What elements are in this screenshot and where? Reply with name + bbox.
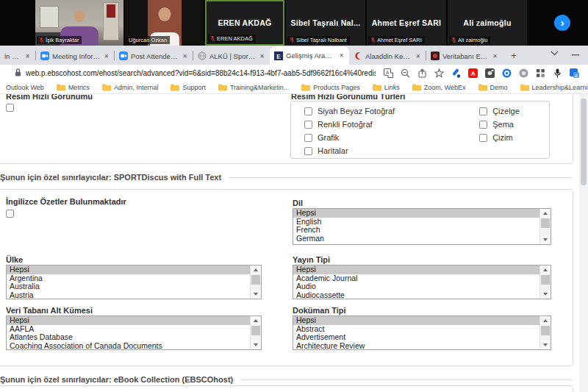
tab-partial[interactable]: in > Modi ✕ <box>0 47 35 65</box>
microphone-icon[interactable] <box>552 68 562 78</box>
share-icon[interactable] <box>417 68 427 78</box>
bookmark-folder-metrics[interactable]: Metrics <box>57 84 90 91</box>
database-subset-listbox[interactable]: Hepsi AAFLA Atlantes Database Coaching A… <box>6 316 262 350</box>
listbox-option[interactable]: Audiocassette <box>293 291 539 299</box>
country-listbox[interactable]: Hepsi Argentina Australia Austria <box>6 265 262 299</box>
checkbox-option[interactable]: Çizelge <box>479 107 520 115</box>
bookmark-folder-products-pages[interactable]: Products Pages <box>301 84 360 91</box>
next-participants-button[interactable]: › <box>554 15 570 31</box>
bookmark-outlook-web[interactable]: Outlook Web <box>6 84 44 91</box>
language-listbox[interactable]: Hepsi English French German <box>293 208 551 245</box>
participant-tile-ali-zaimoglu[interactable]: Ali zaimoğlu Ali zaimoğlu <box>448 0 527 46</box>
tab-close-icon[interactable]: ✕ <box>24 53 31 60</box>
participant-tile-sibel-tasrali[interactable]: Sibel Taşralı Nal... Sibel Taşralı Nalba… <box>286 0 365 46</box>
tab-title: Veritabanı Erişim ve <box>442 52 489 60</box>
tab-meeting-information[interactable]: Meeting Information ✕ <box>36 47 114 65</box>
listbox-option[interactable]: Advertisement <box>293 333 539 342</box>
tab-title: Post Attendee - Zoom <box>131 52 179 60</box>
bookmark-folder-leadership-learning[interactable]: Leadership&Learning <box>520 84 588 91</box>
participant-tile-eren-akdag[interactable]: EREN AKDAĞ EREN AKDAĞ <box>205 0 284 46</box>
listbox-scrollbar[interactable] <box>250 266 261 299</box>
image-quick-view-checkbox[interactable] <box>6 104 14 112</box>
bookmark-folder-demo[interactable]: Demo <box>478 84 508 91</box>
bookmark-folder-training-marketing[interactable]: Training&Marketin... <box>218 84 289 91</box>
checkbox[interactable] <box>304 107 312 115</box>
translate-icon[interactable]: A <box>383 68 393 78</box>
listbox-option-selected[interactable]: Hepsi <box>293 209 539 218</box>
url-text: web.p.ebscohost.com/ehost/search/advance… <box>26 69 376 77</box>
extension-translate-chat-icon[interactable]: a <box>569 68 579 78</box>
extension-gear-icon[interactable] <box>518 68 528 78</box>
checkbox-option[interactable]: Siyah Beyaz Fotoğraf <box>304 107 395 115</box>
participant-tile-isik-bayraktar[interactable]: İşik Bayraktar <box>35 0 123 46</box>
participant-tile-ugurcan-ozkan[interactable]: Uğurcan Özkan <box>125 0 204 46</box>
checkbox[interactable] <box>304 121 312 129</box>
listbox-option[interactable]: Coaching Association of Canada Documents <box>7 342 250 350</box>
checkbox[interactable] <box>479 134 487 142</box>
checkbox-option[interactable]: Çizim <box>479 133 520 142</box>
listbox-option-selected[interactable]: Hepsi <box>7 266 250 274</box>
listbox-scrollbar[interactable] <box>539 209 551 244</box>
listbox-scrollbar[interactable] <box>250 316 261 349</box>
tab-post-attendee[interactable]: Post Attendee - Zoom ✕ <box>115 47 193 65</box>
bookmark-folder-links[interactable]: Links <box>373 84 400 91</box>
checkbox-option[interactable]: Grafik <box>304 133 395 142</box>
tab-search-chevron-icon[interactable] <box>551 46 559 59</box>
page-scrollbar[interactable] <box>579 94 588 392</box>
extension-adobe-pdf-icon[interactable]: A <box>467 68 478 78</box>
tab-close-icon[interactable]: ✕ <box>182 53 188 60</box>
tab-close-icon[interactable]: ✕ <box>338 52 345 59</box>
tab-close-icon[interactable]: ✕ <box>415 53 421 60</box>
muted-mic-icon <box>39 37 44 43</box>
listbox-option[interactable]: French <box>293 226 539 235</box>
listbox-scrollbar[interactable] <box>539 266 551 299</box>
bookmark-folder-zoom-webex[interactable]: Zoom, WebEx <box>412 84 466 91</box>
listbox-option[interactable]: Argentina <box>7 274 250 283</box>
minimize-icon[interactable] <box>572 46 579 59</box>
extension-target-icon[interactable] <box>501 68 512 78</box>
checkbox[interactable] <box>304 147 312 155</box>
participant-tile-ahmet-esref[interactable]: Ahmet Eşref SARI Ahmet Eşref SARI <box>367 0 446 46</box>
listbox-option[interactable]: Audio <box>293 282 539 291</box>
listbox-option[interactable]: German <box>293 235 539 243</box>
tab-veritabani-erisim[interactable]: Veritabanı Erişim ve ✕ <box>426 47 503 65</box>
scrollbar-thumb[interactable] <box>581 99 587 185</box>
bookmark-star-icon[interactable] <box>434 68 444 78</box>
listbox-option[interactable]: Architecture Review <box>293 342 539 350</box>
listbox-scrollbar[interactable] <box>539 316 551 349</box>
extension-pen-icon[interactable] <box>451 68 461 78</box>
listbox-option[interactable]: Academic Journal <box>293 274 539 283</box>
tab-close-icon[interactable]: ✕ <box>492 53 498 60</box>
new-tab-button[interactable]: + <box>507 49 520 62</box>
checkbox[interactable] <box>479 107 487 115</box>
tab-close-icon[interactable]: ✕ <box>103 53 110 60</box>
checkbox[interactable] <box>304 134 312 142</box>
extension-capture-icon[interactable] <box>484 68 495 78</box>
tab-ebsco-active[interactable]: E Gelişmiş Arama: EBSC ✕ <box>270 46 349 65</box>
publication-type-listbox[interactable]: Hepsi Academic Journal Audio Audiocasset… <box>293 265 551 299</box>
listbox-option[interactable]: AAFLA <box>7 325 250 334</box>
listbox-option[interactable]: Atlantes Database <box>7 333 250 342</box>
listbox-option-selected[interactable]: Hepsi <box>293 316 539 325</box>
english-abstracts-checkbox[interactable] <box>6 210 14 218</box>
listbox-option[interactable]: Australia <box>7 282 250 291</box>
listbox-option[interactable]: Austria <box>7 291 250 299</box>
tab-alaaddin-keykubat[interactable]: Alaaddin Keykubat Ü ✕ <box>349 47 426 65</box>
listbox-option[interactable]: Abstract <box>293 325 539 334</box>
listbox-option-selected[interactable]: Hepsi <box>293 266 539 274</box>
listbox-option-selected[interactable]: Hepsi <box>7 316 250 325</box>
zoom-page-icon[interactable] <box>400 68 410 78</box>
zoom-favicon <box>119 51 128 60</box>
bookmark-folder-admin-internal[interactable]: Admin, Internal <box>102 84 159 91</box>
checkbox-option[interactable]: Renkli Fotoğraf <box>304 120 395 129</box>
document-type-listbox[interactable]: Hepsi Abstract Advertisement Architectur… <box>293 316 551 350</box>
checkbox-option[interactable]: Haritalar <box>304 146 395 155</box>
listbox-option[interactable]: English <box>293 218 539 227</box>
extension-grid-icon[interactable] <box>535 68 545 78</box>
tab-alku-spor[interactable]: ALKÜ | Spor Bilimleri ✕ <box>193 47 270 65</box>
tab-close-icon[interactable]: ✕ <box>259 53 265 60</box>
checkbox[interactable] <box>479 121 487 129</box>
checkbox-option[interactable]: Şema <box>479 120 520 129</box>
address-bar[interactable]: web.p.ebscohost.com/ehost/search/advance… <box>6 66 376 79</box>
bookmark-folder-support[interactable]: Support <box>171 84 206 91</box>
